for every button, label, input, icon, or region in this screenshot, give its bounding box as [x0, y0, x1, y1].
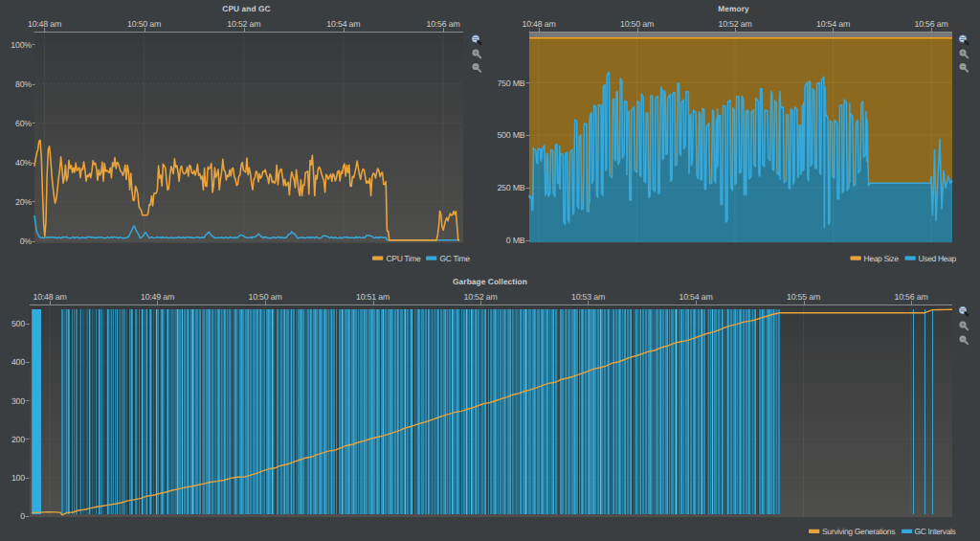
svg-text:10:56 am: 10:56 am: [426, 19, 459, 29]
svg-text:GC Time: GC Time: [440, 254, 471, 263]
svg-text:750 MB: 750 MB: [497, 79, 524, 88]
svg-text:400: 400: [11, 357, 25, 367]
svg-text:20%: 20%: [15, 197, 32, 207]
svg-text:10:56 am: 10:56 am: [914, 19, 947, 29]
svg-text:10:50 am: 10:50 am: [620, 19, 654, 29]
svg-text:CPU Time: CPU Time: [387, 254, 422, 263]
svg-text:GC Intervals: GC Intervals: [915, 527, 956, 536]
svg-text:10:54 am: 10:54 am: [679, 292, 712, 302]
svg-text:10:48 am: 10:48 am: [522, 19, 555, 29]
svg-text:10:54 am: 10:54 am: [816, 19, 850, 29]
svg-text:60%: 60%: [15, 119, 32, 128]
svg-text:100: 100: [11, 473, 25, 483]
svg-text:0%: 0%: [20, 237, 33, 246]
svg-text:80%: 80%: [15, 79, 32, 89]
svg-text:Surviving Generations: Surviving Generations: [822, 527, 895, 536]
svg-text:40%: 40%: [15, 158, 32, 168]
svg-text:10:56 am: 10:56 am: [894, 292, 927, 302]
svg-text:10:50 am: 10:50 am: [127, 19, 161, 29]
svg-text:10:54 am: 10:54 am: [326, 19, 360, 29]
svg-text:250 MB: 250 MB: [497, 183, 524, 192]
svg-text:Garbage Collection: Garbage Collection: [453, 277, 527, 286]
svg-text:0: 0: [20, 511, 25, 521]
svg-text:10:51 am: 10:51 am: [356, 292, 390, 302]
svg-text:Used Heap: Used Heap: [919, 254, 957, 263]
svg-text:500: 500: [11, 319, 25, 328]
svg-text:10:50 am: 10:50 am: [248, 292, 281, 302]
svg-text:500 MB: 500 MB: [497, 130, 524, 140]
svg-text:CPU and GC: CPU and GC: [222, 4, 270, 13]
svg-text:10:49 am: 10:49 am: [141, 292, 174, 302]
svg-text:10:48 am: 10:48 am: [28, 19, 61, 29]
svg-text:Heap Size: Heap Size: [864, 254, 900, 263]
svg-text:10:52 am: 10:52 am: [463, 292, 497, 302]
svg-text:10:55 am: 10:55 am: [787, 292, 820, 302]
svg-text:10:52 am: 10:52 am: [227, 19, 260, 29]
svg-text:200: 200: [11, 435, 25, 444]
svg-text:10:48 am: 10:48 am: [33, 292, 66, 302]
svg-text:10:52 am: 10:52 am: [718, 19, 751, 29]
svg-text:100%: 100%: [11, 40, 32, 50]
svg-text:10:53 am: 10:53 am: [571, 292, 605, 302]
svg-text:0 MB: 0 MB: [506, 236, 525, 245]
svg-text:300: 300: [11, 396, 25, 406]
svg-text:Memory: Memory: [718, 4, 749, 13]
